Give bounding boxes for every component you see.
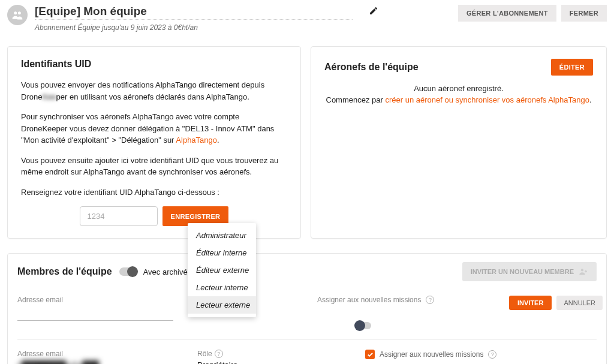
uid-card-title: Identifiants UID [21,59,287,70]
alphatango-link[interactable]: AlphaTango [176,136,217,145]
create-aircraft-link[interactable]: créer un aéronef ou synchroniser vos aér… [385,95,589,104]
edit-aircraft-button[interactable]: ÉDITER [551,59,593,76]
uid-paragraph-3: Vous pouvez ensuite ajouter ici votre id… [21,155,287,178]
role-option-admin[interactable]: Administrateur [188,227,256,244]
role-option-reader-internal[interactable]: Lecteur interne [188,279,256,296]
svg-point-0 [14,11,17,14]
assign-checkbox[interactable] [365,350,375,359]
invite-button[interactable]: INVITER [509,296,552,310]
member-role-label: Rôle? [197,350,317,358]
member-role-value: Propriétaire [197,360,317,364]
members-section: Membres de l'équipe Avec archivés INVITE… [7,253,607,364]
page-header: [Equipe] Mon équipe Abonnement Équipe ju… [7,5,607,32]
close-button[interactable]: FERMER [561,5,607,22]
role-dropdown-menu: Administrateur Éditeur interne Éditeur e… [188,223,256,317]
aircraft-card: Aéronefs de l'équipe ÉDITER Aucun aérone… [311,46,607,239]
role-option-editor-internal[interactable]: Éditeur interne [188,244,256,261]
assign-toggle[interactable] [356,322,371,329]
email-input[interactable] [17,306,173,321]
member-email-label: Adresse email [17,350,173,358]
member-row: Adresse email e████████e@g███ Rôle? Prop… [17,339,597,364]
role-option-editor-external[interactable]: Éditeur externe [188,261,256,279]
uid-paragraph-1: Vous pouvez envoyer des notifications Al… [21,79,287,103]
uid-paragraph-2: Pour synchroniser vos aéronefs AlphaTang… [21,111,287,146]
member-email-value: e████████e@g███ [17,360,173,364]
aircraft-start-text: Commencez par créer un aéronef ou synchr… [324,95,593,104]
no-aircraft-text: Aucun aéronef enregistré. [324,84,593,93]
page-title: [Equipe] Mon équipe [35,5,147,18]
aircraft-card-title: Aéronefs de l'équipe [324,62,419,73]
team-avatar-icon [7,5,28,25]
manage-subscription-button[interactable]: GÉRER L'ABONNEMENT [458,5,556,22]
uid-paragraph-4: Renseignez votre identifiant UID AlphaTa… [21,186,287,198]
role-option-reader-external[interactable]: Lecteur externe [188,296,256,314]
archived-toggle-label: Avec archivés [143,267,192,276]
title-underline [35,19,353,20]
help-icon[interactable]: ? [488,350,496,359]
members-title: Membres de l'équipe [17,266,112,277]
uid-card: Identifiants UID Vous pouvez envoyer des… [7,46,301,239]
invite-new-member-button[interactable]: INVITER UN NOUVEAU MEMBRE [462,262,597,281]
help-icon[interactable]: ? [426,296,434,304]
help-icon[interactable]: ? [215,350,223,358]
subscription-subtitle: Abonnement Équipe jusqu'au 9 juin 2023 à… [35,23,378,32]
svg-point-2 [581,269,583,271]
email-label: Adresse email [17,296,173,304]
assign-label: Assigner aux nouvelles missions [317,296,421,304]
invite-row: Adresse email Assigner aux nouvelles mis… [17,292,597,324]
svg-point-1 [18,11,21,14]
cancel-button[interactable]: ANNULER [556,296,603,310]
edit-title-icon[interactable] [369,6,378,17]
member-assign-label: Assigner aux nouvelles missions [380,350,483,359]
uid-input[interactable] [80,206,158,226]
member-assign-group: Assigner aux nouvelles missions ? [365,350,496,359]
archived-toggle[interactable] [119,267,136,276]
